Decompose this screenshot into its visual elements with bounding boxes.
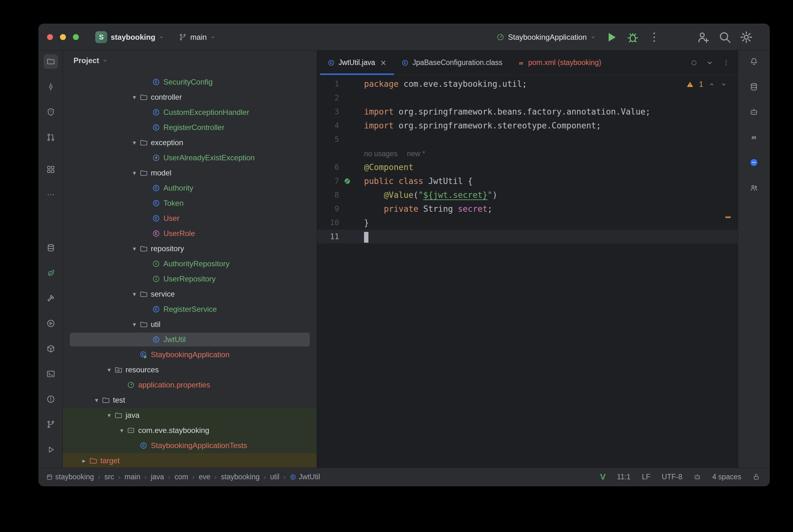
line-number[interactable]: 7	[317, 177, 339, 186]
services-play-button[interactable]	[43, 316, 58, 331]
usages-hint[interactable]: no usages	[364, 150, 398, 158]
settings-button[interactable]	[739, 30, 754, 44]
branch-selector[interactable]: main	[179, 33, 216, 42]
unlock-icon[interactable]	[753, 473, 760, 480]
tree-chevron[interactable]: ▾	[129, 245, 140, 252]
tree-item-staybookingapplicationtests[interactable]: CStaybookingApplicationTests	[63, 438, 317, 453]
tree-item-staybookingapplication[interactable]: CStaybookingApplication	[63, 347, 317, 362]
zoom-window-button[interactable]	[73, 34, 79, 40]
project-folder-button[interactable]	[43, 54, 58, 69]
vim-mode-widget[interactable]: V	[600, 472, 606, 482]
indent-widget[interactable]: 4 spaces	[712, 473, 741, 481]
tree-item-userrepository[interactable]: IUserRepository	[63, 271, 317, 286]
commit-button[interactable]	[43, 79, 58, 94]
tree-item-token[interactable]: CToken	[63, 196, 317, 211]
modules-cube-button[interactable]	[43, 341, 58, 356]
tree-item-target[interactable]: ▸target	[63, 453, 317, 468]
tree-chevron[interactable]: ▾	[129, 290, 140, 298]
project-selector[interactable]: S staybooking	[95, 31, 165, 43]
tree-item-application-properties[interactable]: application.properties	[63, 377, 317, 393]
notifications-bell-button[interactable]	[747, 54, 761, 69]
tab-options-button[interactable]	[722, 59, 730, 67]
ai-status-icon[interactable]	[694, 473, 701, 480]
breadcrumb-item-src[interactable]: src	[104, 473, 114, 481]
line-number[interactable]: 3	[317, 107, 339, 116]
tree-item-controller[interactable]: ▾controller	[63, 90, 317, 105]
breadcrumb-item-staybooking[interactable]: staybooking	[46, 473, 94, 481]
line-number[interactable]: 6	[317, 163, 339, 172]
caret-position-widget[interactable]: 11:1	[617, 473, 631, 481]
tree-chevron[interactable]: ▾	[104, 366, 115, 374]
tree-chevron[interactable]: ▾	[104, 412, 115, 419]
pull-requests-button[interactable]	[43, 130, 58, 145]
encoding-widget[interactable]: UTF-8	[662, 473, 682, 481]
close-tab-icon[interactable]: ×	[380, 59, 386, 66]
prev-problem-button[interactable]	[709, 81, 715, 88]
ai-assistant-button[interactable]	[747, 105, 761, 119]
tab-pom-xml-staybooking[interactable]: mpom.xml (staybooking)	[510, 51, 609, 75]
next-problem-button[interactable]	[720, 81, 727, 88]
tree-item-registerservice[interactable]: CRegisterService	[63, 302, 317, 317]
tab-jpabaseconfiguration-class[interactable]: CJpaBaseConfiguration.class	[394, 51, 510, 75]
spring-bean-icon[interactable]	[344, 177, 351, 185]
tree-item-user[interactable]: CUser	[63, 211, 317, 226]
tree-item-java[interactable]: ▾java	[63, 408, 317, 423]
more-actions-button[interactable]	[647, 30, 661, 44]
database-button[interactable]	[43, 241, 58, 255]
tree-item-authority[interactable]: CAuthority	[63, 180, 317, 196]
inspections-widget[interactable]: 1	[686, 80, 727, 89]
line-number[interactable]: 10	[317, 218, 339, 227]
search-everywhere-button[interactable]	[718, 30, 732, 44]
line-number[interactable]: 1	[317, 79, 339, 88]
tree-chevron[interactable]: ▾	[129, 169, 140, 177]
tree-item-registercontroller[interactable]: CRegisterController	[63, 120, 317, 135]
problems-error-button[interactable]	[43, 392, 58, 406]
tree-chevron[interactable]: ▾	[116, 426, 127, 434]
breadcrumb-item-staybooking[interactable]: staybooking	[221, 473, 259, 481]
close-window-button[interactable]	[47, 34, 53, 40]
line-separator-widget[interactable]: LF	[642, 473, 651, 481]
tree-chevron[interactable]: ▾	[129, 93, 140, 101]
minimize-window-button[interactable]	[60, 34, 66, 40]
maven-tool-button[interactable]: m	[747, 130, 761, 145]
run-button[interactable]	[604, 30, 619, 44]
hidden-tabs-chevron[interactable]	[705, 59, 714, 67]
line-number[interactable]: 9	[317, 205, 339, 213]
line-number[interactable]: 4	[317, 121, 339, 130]
tree-item-exception[interactable]: ▾exception	[63, 135, 317, 150]
breadcrumb-item-util[interactable]: util	[270, 473, 279, 481]
git-branch-button[interactable]	[43, 417, 58, 432]
breadcrumb-item-com[interactable]: com	[174, 473, 188, 481]
tree-item-service[interactable]: ▾service	[63, 286, 317, 302]
tree-chevron[interactable]: ▾	[129, 321, 140, 328]
line-number[interactable]: 2	[317, 93, 339, 102]
tree-item-jwtutil[interactable]: CJwtUtil	[63, 332, 317, 347]
breadcrumb-item-jwtutil[interactable]: CJwtUtil	[290, 473, 320, 481]
tree-item-userrole[interactable]: EUserRole	[63, 226, 317, 241]
add-user-button[interactable]	[696, 30, 711, 44]
tree-item-useralreadyexistexception[interactable]: UserAlreadyExistException	[63, 150, 317, 165]
tree-item-securityconfig[interactable]: CSecurityConfig	[63, 74, 317, 90]
debug-button[interactable]	[625, 30, 640, 44]
database-button[interactable]	[747, 79, 761, 94]
chat-bubble-button[interactable]	[747, 155, 761, 170]
build-hammer-button[interactable]	[43, 291, 58, 305]
tree-item-util[interactable]: ▾util	[63, 317, 317, 332]
code-with-me-button[interactable]	[747, 180, 761, 195]
tree-chevron[interactable]: ▾	[91, 396, 102, 404]
tree-item-repository[interactable]: ▾repository	[63, 241, 317, 256]
line-number[interactable]: 11	[317, 232, 339, 241]
project-panel-header[interactable]: Project	[63, 51, 317, 71]
tree-item-test[interactable]: ▾test	[63, 393, 317, 408]
tree-item-com-eve-staybooking[interactable]: ▾com.eve.staybooking	[63, 423, 317, 438]
run-play-button[interactable]	[43, 442, 58, 457]
tree-item-authorityrepository[interactable]: IAuthorityRepository	[63, 256, 317, 271]
tree-chevron[interactable]: ▸	[79, 457, 89, 464]
shield-question-button[interactable]: ?	[43, 105, 58, 119]
tree-item-resources[interactable]: ▾resources	[63, 362, 317, 377]
more-ellipsis-button[interactable]	[43, 187, 58, 202]
breadcrumb-item-main[interactable]: main	[124, 473, 140, 481]
tree-chevron[interactable]: ▾	[129, 139, 140, 147]
terminal-button[interactable]	[43, 367, 58, 381]
line-number[interactable]: 8	[317, 191, 339, 200]
